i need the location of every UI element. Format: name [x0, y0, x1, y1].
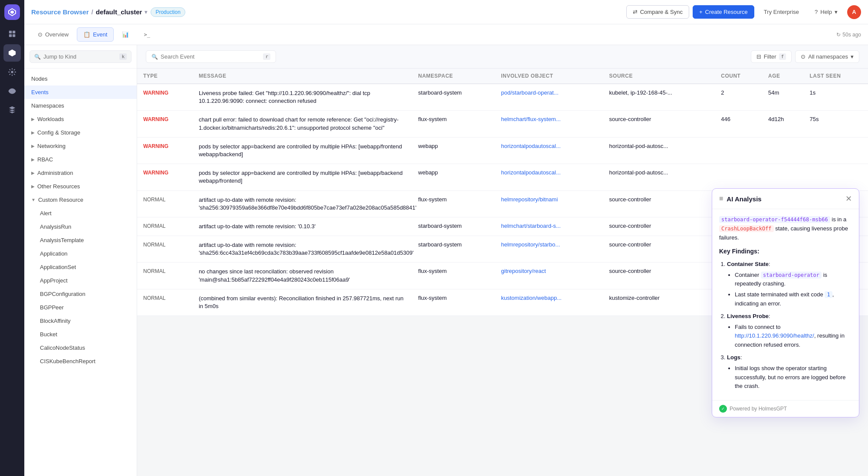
sidebar-item-events[interactable]: Events: [24, 85, 137, 99]
sidebar-item-workloads[interactable]: ▶ Workloads: [24, 112, 137, 126]
app-logo[interactable]: [4, 4, 20, 20]
sidebar-icon-layers[interactable]: [3, 102, 21, 119]
cell-involved-object[interactable]: helmrepository/bitnami: [495, 190, 603, 217]
tabbar: ⊙ Overview 📋 Event 📊 >_ ↻ 50s ago: [24, 24, 868, 45]
other-arrow-icon: ▶: [31, 184, 35, 189]
cell-involved-object[interactable]: kustomization/webapp...: [495, 289, 603, 315]
sidebar-item-config-storage[interactable]: ▶ Config & Storage: [24, 126, 137, 139]
cluster-chevron-icon[interactable]: ▾: [145, 9, 147, 15]
sidebar-item-bucket[interactable]: Bucket: [24, 328, 137, 341]
sidebar-icon-settings[interactable]: [3, 63, 21, 81]
event-search-box[interactable]: 🔍 r: [146, 50, 276, 63]
cell-type: NORMAL: [137, 263, 193, 289]
ns-chevron-icon: ▾: [851, 53, 854, 60]
ai-panel-body: starboard-operator-f54444f68-msb66 is in…: [712, 209, 859, 400]
config-arrow-icon: ▶: [31, 130, 35, 135]
cell-type: WARNING: [137, 84, 193, 111]
table-row[interactable]: WARNING Liveness probe failed: Get "http…: [137, 84, 868, 111]
ai-key-findings-label: Key Findings:: [719, 246, 852, 256]
sidebar-item-administration[interactable]: ▶ Administration: [24, 166, 137, 180]
search-filter-bar: 🔍 r ⊟ Filter f ⊙ All namespaces ▾: [137, 45, 868, 69]
cell-age: 54m: [762, 84, 803, 111]
sidebar-item-analysistemplate[interactable]: AnalysisTemplate: [24, 233, 137, 247]
col-age: AGE: [762, 69, 803, 84]
search-event-input[interactable]: [161, 53, 260, 60]
sidebar-item-applicationset[interactable]: ApplicationSet: [24, 260, 137, 274]
icon-sidebar: [0, 0, 24, 476]
cell-source: kustomize-controller: [603, 289, 715, 315]
sidebar-item-calicondoestatus[interactable]: CalicoNodeStatus: [24, 341, 137, 355]
table-row[interactable]: WARNING pods by selector app=backend are…: [137, 137, 868, 164]
cell-involved-object[interactable]: horizontalpodautoscal...: [495, 137, 603, 164]
filter-kbd: f: [779, 53, 786, 60]
user-avatar[interactable]: A: [847, 5, 861, 19]
resource-browser-link[interactable]: Resource Browser: [31, 8, 89, 16]
sidebar-icon-resources[interactable]: [3, 44, 21, 62]
sidebar-item-other-resources[interactable]: ▶ Other Resources: [24, 180, 137, 193]
sidebar-item-ciskubebenchreport[interactable]: CISKubeBenchReport: [24, 355, 137, 368]
cell-involved-object[interactable]: gitrepository/react: [495, 263, 603, 289]
sidebar-item-alert[interactable]: Alert: [24, 207, 137, 220]
topbar: Resource Browser / default_cluster ▾ Pro…: [24, 0, 868, 24]
sidebar-item-rbac[interactable]: ▶ RBAC: [24, 153, 137, 166]
ai-operator-code: starboard-operator-f54444f68-msb66: [719, 216, 830, 223]
table-row[interactable]: WARNING pods by selector app=backend are…: [137, 164, 868, 190]
sidebar-nav: Nodes Events Namespaces ▶ Workloads ▶ Co: [24, 69, 137, 371]
help-button[interactable]: ? Help ▾: [809, 6, 844, 18]
help-icon: ?: [815, 9, 818, 15]
cell-count: [715, 137, 762, 164]
sidebar-item-analysisrun[interactable]: AnalysisRun: [24, 220, 137, 233]
cell-involved-object[interactable]: helmrepository/starbo...: [495, 236, 603, 263]
sidebar-item-appproject[interactable]: AppProject: [24, 274, 137, 287]
sidebar-item-custom-resource[interactable]: ▼ Custom Resource: [24, 193, 137, 207]
cell-involved-object[interactable]: helmchart/starboard-s...: [495, 217, 603, 236]
col-type: TYPE: [137, 69, 193, 84]
sidebar-item-namespaces[interactable]: Namespaces: [24, 99, 137, 112]
sidebar-icon-dashboard[interactable]: [3, 25, 21, 43]
cell-type: NORMAL: [137, 217, 193, 236]
cell-involved-object[interactable]: pod/starboard-operat...: [495, 84, 603, 111]
jump-to-kind-box[interactable]: 🔍 k: [30, 50, 132, 63]
healthz-link[interactable]: http://10.1.220.96:9090/healthz/: [735, 332, 814, 339]
cell-message: Liveness probe failed: Get "http://10.1.…: [193, 84, 412, 111]
cell-involved-object[interactable]: horizontalpodautoscal...: [495, 164, 603, 190]
try-enterprise-button[interactable]: Try Enterprise: [758, 6, 805, 18]
ai-intro: starboard-operator-f54444f68-msb66 is in…: [719, 215, 852, 242]
sidebar-item-bgppeer[interactable]: BGPPeer: [24, 301, 137, 314]
tab-event[interactable]: 📋 Event: [77, 27, 114, 42]
cell-namespace: flux-system: [412, 111, 495, 137]
table-row[interactable]: WARNING chart pull error: failed to down…: [137, 111, 868, 137]
sidebar-item-networking[interactable]: ▶ Networking: [24, 139, 137, 153]
ai-panel-close-button[interactable]: ✕: [845, 195, 852, 203]
rbac-arrow-icon: ▶: [31, 157, 35, 162]
cell-source: source-controller: [603, 236, 715, 263]
env-badge[interactable]: Production: [151, 7, 185, 17]
create-resource-button[interactable]: + Create Resource: [693, 5, 754, 19]
cell-age: 4d12h: [762, 111, 803, 137]
compare-sync-button[interactable]: ⇄ Compare & Sync: [626, 5, 689, 19]
cell-namespace: starboard-system: [412, 236, 495, 263]
finding-1-item-2: Last state terminated with exit code 1, …: [735, 290, 852, 309]
cell-source: source-controller: [603, 111, 715, 137]
jump-to-kind-input[interactable]: [43, 53, 117, 60]
cell-involved-object[interactable]: helmchart/flux-system...: [495, 111, 603, 137]
tab-overview[interactable]: ⊙ Overview: [31, 27, 75, 42]
sidebar-item-nodes[interactable]: Nodes: [24, 72, 137, 85]
sidebar-item-bgpconfiguration[interactable]: BGPConfiguration: [24, 287, 137, 301]
sidebar-icon-gear[interactable]: [3, 82, 21, 100]
cell-namespace: flux-system: [412, 190, 495, 217]
sidebar-item-application[interactable]: Application: [24, 247, 137, 260]
cluster-name: default_cluster: [96, 8, 142, 16]
cell-message: (combined from similar events): Reconcil…: [193, 289, 412, 315]
ai-state-code: CrashLoopBackOff: [719, 225, 774, 232]
search-icon: 🔍: [34, 54, 41, 60]
networking-arrow-icon: ▶: [31, 144, 35, 148]
sidebar-item-blockaffinity[interactable]: BlockAffinity: [24, 314, 137, 328]
globe-icon: ⊙: [801, 53, 806, 60]
cell-count: 2: [715, 84, 762, 111]
tab-terminal[interactable]: >_: [137, 28, 156, 42]
namespace-selector[interactable]: ⊙ All namespaces ▾: [795, 50, 859, 63]
tab-chart[interactable]: 📊: [115, 27, 135, 42]
cell-source: horizontal-pod-autosc...: [603, 164, 715, 190]
filter-button[interactable]: ⊟ Filter f: [751, 50, 792, 63]
